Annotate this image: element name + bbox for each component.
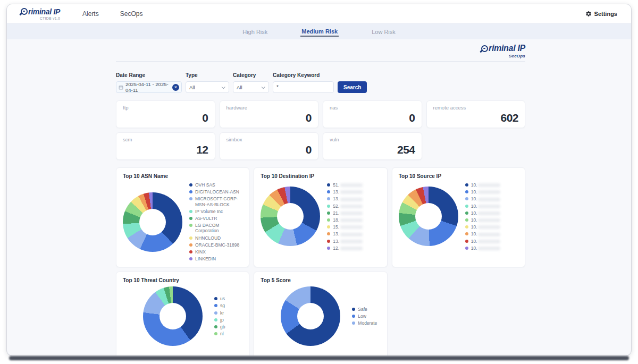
legend-label: KINX [195, 249, 206, 255]
donut-hole [277, 203, 304, 230]
legend-dot [214, 311, 217, 315]
chart-body: SafeLowModerate [261, 286, 380, 346]
redacted-text [340, 190, 363, 194]
stat-card-label: simbox [226, 137, 312, 142]
chart-body: 10.10.10.10.10.10.10.10.10.10. [399, 182, 518, 251]
chevron-down-icon [222, 85, 225, 89]
type-value: All [189, 84, 195, 90]
legend-item: 10. [465, 204, 501, 209]
criminal-ip-logo[interactable]: riminal IP CTIDB v1.0 [21, 7, 60, 20]
legend-item: nl [214, 331, 225, 336]
gear-icon [585, 11, 592, 17]
stat-card-value: 254 [330, 143, 415, 156]
legend-dot [327, 240, 330, 243]
legend-item: 13. [327, 231, 363, 236]
stat-card-value: 0 [226, 143, 312, 156]
redacted-text [340, 211, 363, 215]
nav-item-alerts[interactable]: Alerts [82, 10, 99, 18]
legend-label: 51. [333, 182, 363, 188]
stats-grid: ftp0hardware0nas0remote access602scm12si… [116, 100, 525, 160]
settings-button[interactable]: Settings [585, 11, 617, 17]
legend-item: LG DACOM Corporation [189, 223, 242, 233]
legend-label: 18. [333, 217, 363, 223]
legend-item: 13. [327, 239, 363, 244]
brand-wordmark: riminal IP [28, 7, 60, 16]
chart-card-top-5-score: Top 5 ScoreSafeLowModerate [254, 272, 387, 355]
legend-dot [214, 318, 217, 321]
stat-card-value: 0 [226, 112, 312, 124]
tab-low-risk[interactable]: Low Risk [371, 23, 397, 39]
legend-dot [214, 332, 217, 335]
donut-chart [261, 187, 320, 246]
legend-label: OVH SAS [195, 182, 215, 188]
legend-item: kr [214, 310, 225, 316]
legend-dot [327, 218, 330, 222]
legend-dot [189, 190, 192, 193]
criminal-ip-secops-logo: riminal IP SecOps [481, 44, 525, 58]
date-range-input[interactable]: 2025-04-11 - 2025-04-11 × [116, 81, 182, 93]
legend-label: 10. [471, 196, 501, 201]
legend-label: ORACLE-BMC-31898 [195, 242, 239, 248]
legend-item: 13. [327, 189, 363, 194]
clear-date-icon[interactable]: × [172, 84, 179, 91]
legend-dot [352, 321, 355, 325]
legend-item: MICROSOFT-CORP-MSN-AS-BLOCK [189, 196, 242, 207]
legend-dot [465, 218, 468, 222]
category-keyword-input[interactable] [276, 84, 330, 90]
legend-item: 12. [327, 246, 363, 251]
search-button[interactable]: Search [338, 81, 367, 93]
stat-card-ftp: ftp0 [116, 100, 215, 128]
legend-dot [465, 205, 468, 208]
stat-card-nas: nas0 [323, 100, 422, 128]
chart-title: Top 10 Destination IP [261, 173, 380, 179]
legend-label: Safe [358, 307, 367, 312]
redacted-text [478, 218, 500, 222]
legend-label: 10. [471, 189, 501, 194]
legend-item: sg [214, 303, 225, 308]
legend-label: 10. [471, 210, 501, 216]
type-select[interactable]: All [186, 81, 229, 93]
donut-hole [160, 303, 186, 329]
legend-item: 10. [465, 239, 501, 244]
legend-dot [189, 217, 192, 220]
tab-high-risk[interactable]: High Risk [241, 23, 268, 39]
legend-label: 10. [471, 224, 501, 230]
stat-card-vuln: vuln254 [323, 132, 422, 160]
chart-legend: SafeLowModerate [352, 307, 377, 326]
chart-legend: ussgkrjpgbnl [214, 296, 225, 336]
legend-item: 10. [465, 210, 501, 216]
legend-dot [465, 183, 468, 187]
redacted-text [340, 198, 363, 201]
stat-card-hardware: hardware0 [220, 100, 319, 128]
legend-item: 10. [465, 246, 501, 251]
legend-item: Moderate [352, 320, 377, 326]
legend-dot [327, 197, 330, 200]
donut-hole [139, 209, 166, 235]
redacted-text [478, 225, 500, 229]
chart-legend: OVH SASDIGITALOCEAN-ASNMICROSOFT-CORP-MS… [189, 182, 242, 261]
secops-logo-sub: SecOps [509, 54, 525, 58]
legend-item: OVH SAS [189, 182, 242, 188]
category-label: Category [233, 72, 269, 78]
chevron-down-icon [262, 85, 265, 89]
donut-chart [123, 192, 182, 252]
legend-item: 21. [327, 210, 363, 216]
redacted-text [340, 205, 363, 208]
date-range-value: 2025-04-11 - 2025-04-11 [125, 81, 172, 93]
legend-item: Low [352, 314, 377, 319]
category-select[interactable]: All [233, 81, 269, 93]
legend-label: Moderate [358, 320, 377, 326]
legend-label: 13. [333, 231, 363, 236]
settings-label: Settings [594, 11, 617, 17]
nav-item-secops[interactable]: SecOps [120, 10, 143, 18]
legend-dot [327, 225, 330, 228]
legend-item: NHNCLOUD [189, 235, 242, 241]
category-keyword-label: Category Keyword [273, 72, 334, 78]
legend-dot [189, 210, 192, 213]
header-divider [116, 61, 525, 62]
stat-card-label: vuln [330, 137, 415, 142]
top-nav: AlertsSecOps [82, 10, 142, 18]
chart-legend: 51.13.13.52.21.18.15.13.13.12. [327, 182, 363, 251]
tab-medium-risk[interactable]: Medium Risk [300, 23, 339, 39]
legend-item: gb [214, 324, 225, 329]
